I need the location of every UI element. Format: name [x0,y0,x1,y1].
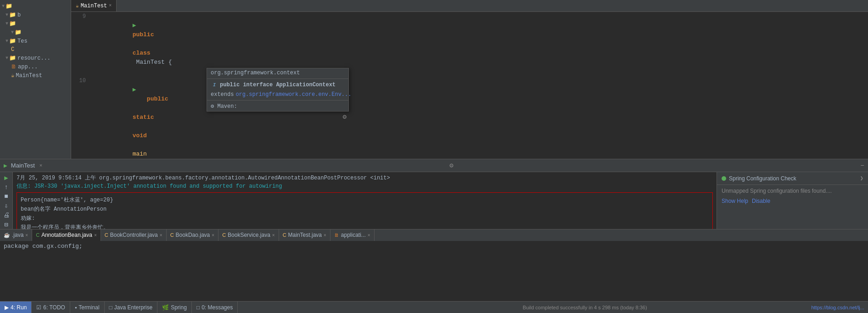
toolbar-terminal-label: Terminal [78,304,99,311]
file-tab-maintest[interactable]: C MainTest.java × [279,229,330,241]
status-url[interactable]: https://blog.csdn.net/lj... [807,305,868,310]
tab-close[interactable]: × [94,233,97,238]
toolbar-java-enterprise[interactable]: □ Java Enterprise [105,302,158,313]
toolbar-run[interactable]: ▶ 4: Run [0,302,32,313]
tab-close[interactable]: × [160,233,162,238]
tab-label: BookService.java [228,232,270,238]
filter-button[interactable]: ⊟ [2,221,11,229]
spring-expand-icon[interactable]: ❯ [860,175,863,182]
toolbar-spring-label: Spring [171,304,187,311]
console-output-box: Person{name='杜水蓝', age=20} bean的名字 Annot… [17,192,713,229]
tab-close[interactable]: × [272,233,275,238]
toolbar-java-enterprise-label: Java Enterprise [114,304,152,311]
tree-arrow: ▼ [6,21,8,26]
tree-label: MainTest [16,73,42,79]
file-tree: ▼ 📁 ▼ 📁 b ▼ 📁 ▼ 📁 ▼ 📁 Tes C [0,0,71,159]
run-minimize-button[interactable]: − [861,162,864,169]
code-editor: ☕ MainTest × 9 ▶ public class MainTest { [71,0,868,159]
java-tab-icon: ☕ [4,232,10,238]
tree-label: resourc... [17,55,50,61]
show-help-link[interactable]: Show Help [722,198,748,204]
tree-arrow: ▼ [6,56,8,61]
tab-label: MainTest.java [288,232,322,238]
java-tab-icon: C [222,232,226,238]
keyword: public [133,31,154,38]
java-file-icon: C [11,46,14,53]
toolbar-terminal[interactable]: ▪ Terminal [70,302,105,313]
java-tab-icon: C [170,232,174,238]
tree-item-3[interactable]: ▼ 📁 [0,28,71,37]
folder-icon: 📁 [6,3,12,10]
code-line-10: 10 ▶ public static void main (String[] a… [71,76,868,159]
tab-close[interactable]: × [25,233,28,238]
tree-label: b [17,12,21,18]
run-stop-button[interactable]: ■ [2,193,11,200]
file-tab-java[interactable]: ☕ .java × [0,229,32,241]
tab-label: applicati... [341,232,366,238]
tree-item-app-xml[interactable]: 🗎 app... [0,62,71,71]
keyword: static [133,114,154,121]
line-number: 9 [71,12,90,21]
folder-icon: 📁 [15,29,22,36]
tree-item-root[interactable]: ▼ 📁 [0,2,71,11]
package-text: org.springframework.context [211,70,300,76]
toolbar-messages[interactable]: □ 0: Messages [192,302,238,313]
editor-tab-maintest[interactable]: ☕ MainTest × [71,0,117,11]
tree-item-c[interactable]: C [0,45,71,54]
tree-item-maintest[interactable]: ☕ MainTest [0,71,71,80]
run-console: 7月 25, 2019 9:56:14 上午 org.springframewo… [13,172,717,229]
spring-check-body: Unmapped Spring configuration files foun… [717,185,868,197]
tab-close[interactable]: × [324,233,326,238]
tree-arrow: ▼ [6,12,8,17]
gear-icon[interactable]: ⚙ [343,113,347,121]
file-tab-bookcontroller[interactable]: C BookController.java × [101,229,167,241]
keyword: public [133,95,168,102]
file-tab-application-xml[interactable]: 🗎 applicati... × [330,229,375,241]
toolbar-run-label: 4: Run [11,304,27,311]
tree-item-1[interactable]: ▼ 📁 b [0,11,71,19]
messages-icon: □ [196,304,200,311]
tab-close-button[interactable]: × [109,3,112,8]
toolbar-spring[interactable]: 🌿 Spring [157,302,192,313]
toolbar-messages-label: 0: Messages [202,304,233,311]
scroll-to-end-button[interactable]: ⇩ [2,202,11,210]
tab-close[interactable]: × [368,233,370,238]
run-header: ▶ MainTest × ⚙ − [0,159,868,172]
tree-label: Tes [17,38,28,45]
java-enterprise-icon: □ [109,304,112,311]
toolbar-todo[interactable]: ☑ 6: TODO [32,302,70,313]
disable-link[interactable]: Disable [752,198,770,204]
run-body: ▶ ↑ ■ ⇩ 🖨 ⊟ ≡ ⊠ 📌 7月 25, 2019 9:56:14 上午… [0,172,868,229]
run-rerun-button[interactable]: ↑ [2,184,11,191]
file-tab-bookdao[interactable]: C BookDao.java × [167,229,219,241]
folder-icon: 📁 [9,20,16,27]
run-close-tab[interactable]: × [39,163,43,168]
output-line-3: 劝嫁: [21,214,709,223]
tab-label: MainTest [81,3,107,9]
spring-check-title: Spring Configuration Check [729,175,857,182]
run-sidebar: ▶ ↑ ■ ⇩ 🖨 ⊟ ≡ ⊠ 📌 [0,172,13,229]
tree-item-resources[interactable]: ▼ 📁 resourc... [0,54,71,62]
autocomplete-interface-line: I public interface ApplicationContext [207,80,348,90]
bottom-panel: ▶ MainTest × ⚙ − ▶ ↑ ■ ⇩ 🖨 ⊟ ≡ ⊠ 📌 7月 25… [0,159,868,301]
print-button[interactable]: 🖨 [2,212,11,219]
file-tab-annotationbean[interactable]: C AnnotationBean.java × [32,229,101,241]
spring-check-panel: Spring Configuration Check ❯ Unmapped Sp… [717,172,868,229]
run-title: MainTest [11,162,35,169]
annotation-tab-icon: C [36,232,39,238]
editor-tabs: ☕ MainTest × [71,0,868,12]
terminal-icon: ▪ [75,304,77,311]
autocomplete-maven-line: ⚙ Maven: [207,101,348,111]
run-play-button[interactable]: ▶ [2,174,11,182]
run-gutter-icon: ▶ [133,86,136,93]
tree-item-test[interactable]: ▼ 📁 Tes [0,37,71,45]
keyword: class [133,50,151,56]
file-tab-bookservice[interactable]: C BookService.java × [218,229,279,241]
tab-close[interactable]: × [212,233,214,238]
extends-link: org.springframework.core.env.Env... [235,91,351,98]
output-line-4: 我是一个程序员，背井离乡外奔忙。 [21,223,709,229]
line-content: ▶ public class MainTest { [90,12,868,76]
output-line-1: Person{name='杜水蓝', age=20} [21,196,709,205]
tree-item-2[interactable]: ▼ 📁 [0,19,71,28]
run-settings-icon[interactable]: ⚙ [449,162,453,169]
